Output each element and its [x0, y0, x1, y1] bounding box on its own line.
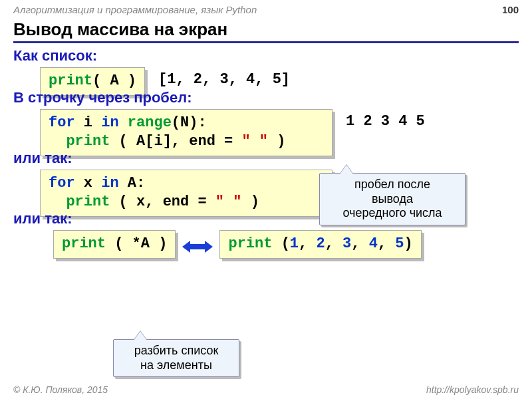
num2: 2 [316, 235, 325, 252]
kw-print: print [49, 72, 92, 89]
callout-space-after: пробел после вывода очередного числа [319, 173, 466, 225]
num1: 1 [290, 235, 299, 252]
code-mid2: ( x, end = [110, 194, 215, 210]
footer: © К.Ю. Поляков, 2015 http://kpolyakov.sp… [0, 384, 532, 395]
comma1: , [299, 235, 316, 252]
num4: 4 [369, 235, 378, 252]
code-print-star: print ( *A ) [53, 230, 176, 259]
subhead-as-list: Как список: [13, 47, 519, 65]
comma2: , [325, 235, 342, 252]
row-unpack: print ( *A ) print (1, 2, 3, 4, 5) [53, 230, 519, 259]
id-a: A: [119, 175, 146, 192]
comma4: , [378, 235, 395, 252]
paren-close: ) [404, 235, 413, 252]
kw-print3: print [49, 194, 110, 210]
code-for-x: for x in A: print ( x, end = " " ) [40, 170, 332, 217]
code-print-literal: print (1, 2, 3, 4, 5) [219, 230, 421, 259]
comma3: , [351, 235, 368, 252]
id-i: i [75, 114, 102, 131]
kw-print5: print [228, 235, 272, 252]
str-space2: " " [215, 194, 242, 210]
callout-text-2: разбить список на элементы [134, 344, 219, 372]
code-arg: ( A ) [92, 72, 136, 89]
kw-for: for [49, 114, 75, 131]
svg-marker-0 [182, 241, 213, 253]
code-end2: ) [241, 194, 259, 210]
num5: 5 [395, 235, 404, 252]
callout-tail-icon [340, 165, 353, 174]
code-mid: ( A[i], end = [110, 133, 241, 150]
footer-url: http://kpolyakov.spb.ru [426, 384, 519, 395]
callout-unpack: разбить список на элементы [113, 339, 239, 377]
kw-print4: print [62, 235, 106, 252]
page-title: Вывод массива на экран [13, 19, 519, 43]
code-end: ) [268, 133, 285, 150]
output-list: [1, 2, 3, 4, 5] [158, 71, 290, 88]
double-arrow-icon [182, 239, 213, 254]
callout-tail-icon-2 [134, 331, 147, 340]
id-x: x [75, 175, 102, 192]
output-inline-1: 1 2 3 4 5 [346, 113, 425, 130]
course-title: Алгоритмизация и программирование, язык … [13, 4, 257, 15]
content: Как список: print( A ) [1, 2, 3, 4, 5] В… [0, 43, 532, 259]
copyright: © К.Ю. Поляков, 2015 [13, 384, 108, 395]
num3: 3 [342, 235, 351, 252]
header: Алгоритмизация и программирование, язык … [0, 0, 532, 17]
code-tail: (N): [172, 114, 207, 131]
kw-in2: in [101, 175, 118, 192]
str-space: " " [241, 133, 268, 150]
code-star-arg: ( *A ) [106, 235, 167, 252]
kw-in: in [101, 114, 118, 131]
code-for-range: for i in range(N): print ( A[i], end = "… [40, 109, 332, 156]
callout-text-1: пробел после вывода очередного числа [342, 178, 442, 219]
kw-for2: for [49, 175, 75, 192]
page-number: 100 [502, 4, 519, 15]
kw-print2: print [49, 133, 110, 150]
subhead-inline: В строчку через пробел: [13, 89, 519, 106]
kw-range: range [119, 114, 172, 131]
paren-open: ( [272, 235, 289, 252]
